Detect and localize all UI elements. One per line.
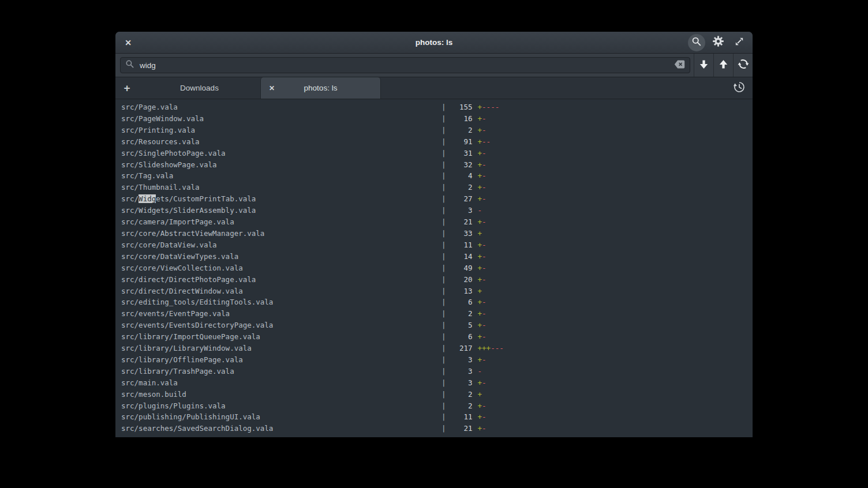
diff-marks: +-	[478, 159, 487, 171]
tab-downloads[interactable]: Downloads	[139, 77, 260, 99]
terminal-row: src/SlideshowPage.vala|32+-	[121, 159, 753, 171]
changed-lines-count: 11	[446, 411, 473, 423]
plus-mark: +	[478, 194, 482, 203]
stat-separator: |	[442, 389, 446, 400]
file-path: src/sidebar/Tree.vala	[121, 434, 442, 437]
diff-marks: +-	[478, 423, 487, 434]
arrow-up-icon	[719, 59, 728, 72]
settings-button[interactable]	[709, 34, 727, 51]
changed-lines-count: 21	[446, 423, 473, 434]
stat-separator: |	[442, 113, 446, 125]
changed-lines-count: 27	[446, 193, 473, 205]
file-path: src/publishing/PublishingUI.vala	[121, 411, 442, 423]
minus-mark: -	[482, 160, 487, 169]
plus-mark: +	[478, 332, 482, 341]
window-close-button[interactable]: ✕	[121, 35, 136, 50]
stat-separator: |	[442, 411, 446, 423]
changed-lines-count: 5	[446, 320, 473, 331]
history-button[interactable]	[729, 77, 750, 99]
find-previous-button[interactable]	[713, 54, 733, 77]
search-query-text: widg	[140, 61, 674, 70]
changed-lines-count: 3	[446, 205, 473, 216]
plus-mark: +	[478, 137, 482, 146]
plus-mark: +	[478, 114, 482, 123]
minus-mark: -	[478, 367, 482, 376]
minus-mark: -	[482, 264, 487, 272]
diff-marks: +-	[478, 354, 487, 366]
file-path: src/events/EventPage.vala	[121, 308, 442, 320]
stat-separator: |	[442, 296, 446, 308]
changed-lines-count: 13	[446, 286, 473, 297]
terminal-row: src/Tag.vala|4+-	[121, 170, 753, 182]
terminal-row: src/core/AbstractViewManager.vala|33+	[121, 228, 753, 239]
plus-mark: +	[478, 171, 482, 180]
file-path: src/Resources.vala	[121, 136, 442, 148]
stat-separator: |	[442, 216, 446, 228]
terminal-row: src/meson.build|2+	[121, 389, 753, 400]
stat-separator: |	[442, 193, 446, 205]
new-tab-button[interactable]: +	[115, 77, 139, 99]
file-path: src/Tag.vala	[121, 170, 442, 182]
plus-mark: +	[478, 390, 482, 399]
terminal-row: src/sidebar/Tree.vala|2+	[121, 434, 753, 437]
changed-lines-count: 3	[446, 354, 473, 366]
minus-mark: -	[487, 137, 491, 146]
fullscreen-button[interactable]	[731, 34, 748, 51]
terminal-row: src/main.vala|3+-	[121, 377, 753, 389]
diff-marks: +	[478, 434, 482, 437]
minus-mark: -	[482, 149, 487, 157]
minus-mark: -	[482, 171, 487, 180]
changed-lines-count: 3	[446, 377, 473, 389]
plus-mark: +	[478, 378, 482, 387]
terminal-row: src/Page.vala|155+----	[121, 102, 753, 113]
terminal-row: src/publishing/PublishingUI.vala|11+-	[121, 411, 753, 423]
diff-marks: +++---	[478, 343, 504, 354]
tab-photos-ls[interactable]: ✕ photos: ls	[260, 77, 381, 99]
plus-mark: +	[478, 160, 482, 169]
stat-separator: |	[442, 366, 446, 377]
stat-separator: |	[442, 274, 446, 286]
wrap-around-button[interactable]	[733, 54, 753, 77]
terminal-body[interactable]: src/Page.vala|155+----src/PageWindow.val…	[115, 99, 753, 437]
titlebar-actions	[688, 34, 748, 51]
file-path: src/Page.vala	[121, 102, 442, 113]
file-path: src/SinglePhotoPage.vala	[121, 148, 442, 159]
stat-separator: |	[442, 434, 446, 437]
search-toggle-button[interactable]	[688, 34, 705, 51]
titlebar: ✕ photos: ls	[115, 32, 753, 54]
changed-lines-count: 20	[446, 274, 473, 286]
file-path: src/Widgets/CustomPrintTab.vala	[121, 193, 442, 205]
plus-mark: +	[478, 412, 482, 421]
search-match-highlight: Widg	[139, 194, 156, 203]
plus-mark: +	[478, 264, 482, 272]
tab-close-icon[interactable]: ✕	[269, 77, 275, 99]
file-path: src/library/OfflinePage.vala	[121, 354, 442, 366]
file-path: src/editing_tools/EditingTools.vala	[121, 296, 442, 308]
terminal-row: src/events/EventPage.vala|2+-	[121, 308, 753, 320]
file-path: src/library/TrashPage.vala	[121, 366, 442, 377]
plus-mark: +	[478, 287, 482, 295]
plus-mark: +	[478, 344, 482, 352]
stat-separator: |	[442, 377, 446, 389]
file-path: src/searches/SavedSearchDialog.vala	[121, 423, 442, 434]
diff-marks: -	[478, 366, 482, 377]
changed-lines-count: 11	[446, 239, 473, 251]
terminal-row: src/direct/DirectWindow.vala|13+	[121, 286, 753, 297]
minus-mark: -	[482, 217, 487, 226]
terminal-row: src/library/ImportQueuePage.vala|6+-	[121, 331, 753, 343]
terminal-row: src/events/EventsDirectoryPage.vala|5+-	[121, 320, 753, 331]
diff-marks: +-	[478, 193, 487, 205]
plus-mark: +	[478, 183, 482, 192]
find-next-button[interactable]	[694, 54, 713, 77]
stat-separator: |	[442, 286, 446, 297]
plus-mark: +	[478, 424, 482, 433]
clear-search-button[interactable]	[674, 60, 685, 71]
tab-label: Downloads	[180, 84, 219, 92]
diff-marks: +-	[478, 320, 487, 331]
diff-marks: +-	[478, 262, 487, 274]
diff-marks: +	[478, 389, 482, 400]
file-path: src/core/ViewCollection.vala	[121, 262, 442, 274]
terminal-row: src/direct/DirectPhotoPage.vala|20+-	[121, 274, 753, 286]
search-input[interactable]: widg	[120, 57, 690, 73]
terminal-window: ✕ photos: ls	[115, 32, 753, 437]
